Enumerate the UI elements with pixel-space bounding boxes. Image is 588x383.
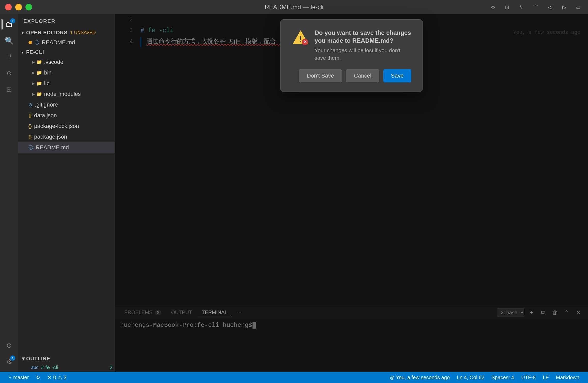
folder-lib-icon: 📁	[36, 81, 42, 86]
error-icon: ✕	[47, 374, 52, 380]
window-title: README.md — fe-cli	[265, 4, 324, 11]
outline-line-num: 2	[109, 364, 113, 371]
warning-count: 3	[64, 375, 66, 380]
warning-icon: ⚠	[58, 374, 62, 380]
folder-bin-label: bin	[44, 69, 51, 76]
activity-item-extensions[interactable]: ⊞	[2, 82, 17, 97]
panel-icon[interactable]: ▭	[574, 3, 583, 12]
titlebar-actions: ◇ ⊡ ⑂ ⌒ ◁ ▷ ▭	[488, 3, 583, 12]
info-icon: ⓘ	[35, 39, 39, 46]
branch-name: master	[13, 375, 29, 380]
extensions-icon: ⊞	[6, 86, 12, 94]
status-sync[interactable]: ↻	[32, 372, 44, 383]
main-layout: 🗂 1 🔍 ⑂ ⊙ ⊞ ⊙ ⚙ 1 EXPLORER	[0, 14, 588, 372]
fe-cli-section[interactable]: ▼ FE-CLI	[18, 48, 115, 57]
status-encoding[interactable]: UTF-8	[518, 372, 539, 383]
open-editor-filename: README.md	[42, 39, 75, 46]
line-ending-text: LF	[543, 375, 549, 380]
svg-text:✕: ✕	[303, 40, 307, 44]
file-gitignore[interactable]: ⊙ .gitignore	[18, 99, 115, 110]
sidebar: EXPLORER ▼ OPEN EDITORS 1 UNSAVED ⓘ READ…	[18, 14, 115, 372]
open-editors-label: OPEN EDITORS	[26, 30, 68, 36]
readme-icon: ⓘ	[29, 144, 33, 151]
dialog-buttons: Don't Save Cancel Save	[292, 69, 411, 82]
activity-item-search[interactable]: 🔍	[2, 33, 17, 48]
status-branch[interactable]: ⑂ master	[5, 372, 32, 383]
activity-item-source-control[interactable]: ⑂	[2, 49, 17, 65]
outline-item[interactable]: abc # fe -cli 2	[18, 363, 115, 372]
svg-text:!: !	[299, 34, 302, 44]
folder-bin[interactable]: ▶ 📁 bin	[18, 67, 115, 78]
titlebar: README.md — fe-cli ◇ ⊡ ⑂ ⌒ ◁ ▷ ▭	[0, 0, 588, 14]
open-editor-readme[interactable]: ⓘ README.md	[18, 37, 115, 48]
status-line-ending[interactable]: LF	[539, 372, 552, 383]
editor-area: 2 3 # fe -cli 4 通过命令行的方式，收拢各种 项目 模版，配合 g…	[115, 14, 588, 372]
search-icon: 🔍	[5, 37, 14, 45]
outline-chevron: ▼	[21, 356, 26, 362]
folder-lib[interactable]: ▶ 📁 lib	[18, 78, 115, 89]
file-readme[interactable]: ⓘ README.md	[18, 142, 115, 153]
lib-chevron: ▶	[32, 81, 35, 85]
source-control-icon: ⑂	[7, 53, 11, 61]
file-package-lock[interactable]: {} package-lock.json	[18, 121, 115, 131]
open-editors-section[interactable]: ▼ OPEN EDITORS 1 UNSAVED	[18, 28, 115, 37]
timeline-icon[interactable]: ⌒	[531, 3, 540, 12]
folder-node-modules-icon: 📁	[36, 91, 42, 97]
save-dialog: ! ✕ Do you want to save the changes you …	[280, 19, 423, 92]
unsaved-dot	[29, 41, 32, 44]
close-button[interactable]	[5, 4, 12, 10]
activity-item-run[interactable]: ⊙	[2, 66, 17, 81]
folder-vscode[interactable]: ▶ 📁 .vscode	[18, 57, 115, 67]
fe-cli-chevron: ▼	[21, 50, 25, 54]
bin-chevron: ▶	[32, 71, 35, 75]
outline-section[interactable]: ▼ OUTLINE	[18, 354, 115, 363]
file-data-json[interactable]: {} data.json	[18, 110, 115, 121]
status-language[interactable]: Markdown	[552, 372, 583, 383]
save-button[interactable]: Save	[383, 69, 411, 82]
cursor-position: Ln 4, Col 62	[457, 375, 484, 380]
gitignore-label: .gitignore	[35, 101, 58, 108]
review-icon[interactable]: ◁	[545, 3, 554, 12]
remote-icon[interactable]: ◇	[488, 3, 497, 12]
fe-cli-label: FE-CLI	[26, 49, 44, 55]
minimize-button[interactable]	[15, 4, 22, 10]
status-errors[interactable]: ✕ 0 ⚠ 3	[44, 372, 70, 383]
forward-icon[interactable]: ▷	[559, 3, 569, 12]
dialog-title-area: Do you want to save the changes you made…	[315, 29, 411, 62]
dont-save-button[interactable]: Don't Save	[299, 69, 342, 82]
layout-icon[interactable]: ⊡	[502, 3, 512, 12]
folder-vscode-icon: 📁	[36, 59, 42, 65]
dialog-subtitle: Your changes will be lost if you don't s…	[315, 47, 411, 62]
data-json-icon: {}	[29, 113, 32, 118]
warning-icon: ! ✕	[292, 29, 310, 47]
folder-lib-label: lib	[44, 80, 50, 87]
package-json-icon: {}	[29, 134, 32, 140]
activity-item-remote[interactable]: ⊙	[2, 338, 17, 353]
status-cursor[interactable]: Ln 4, Col 62	[453, 372, 488, 383]
branch-icon[interactable]: ⑂	[517, 3, 526, 12]
git-icon: ◎	[390, 374, 394, 380]
maximize-button[interactable]	[25, 4, 32, 10]
dialog-title: Do you want to save the changes you made…	[315, 29, 411, 45]
spaces-text: Spaces: 4	[492, 375, 514, 380]
activity-item-explorer[interactable]: 🗂 1	[2, 17, 17, 32]
status-spaces[interactable]: Spaces: 4	[488, 372, 518, 383]
status-blame[interactable]: ◎ You, a few seconds ago	[386, 372, 453, 383]
explorer-badge: 1	[10, 18, 15, 23]
dialog-overlay: ! ✕ Do you want to save the changes you …	[115, 14, 588, 372]
gitignore-icon: ⊙	[29, 102, 32, 108]
dialog-header: ! ✕ Do you want to save the changes you …	[292, 29, 411, 62]
sidebar-title: EXPLORER	[18, 14, 115, 28]
package-lock-icon: {}	[29, 124, 32, 129]
language-text: Markdown	[556, 375, 579, 380]
folder-node-modules[interactable]: ▶ 📁 node_modules	[18, 89, 115, 99]
settings-badge: 1	[10, 356, 15, 361]
outline-item-label: # fe -cli	[41, 364, 58, 371]
activity-item-settings[interactable]: ⚙ 1	[2, 354, 17, 369]
cancel-button[interactable]: Cancel	[346, 69, 379, 82]
file-package-json[interactable]: {} package.json	[18, 131, 115, 142]
data-json-label: data.json	[34, 112, 57, 119]
vscode-chevron: ▶	[32, 60, 35, 64]
package-json-label: package.json	[34, 134, 67, 140]
error-count: 0	[53, 375, 56, 380]
